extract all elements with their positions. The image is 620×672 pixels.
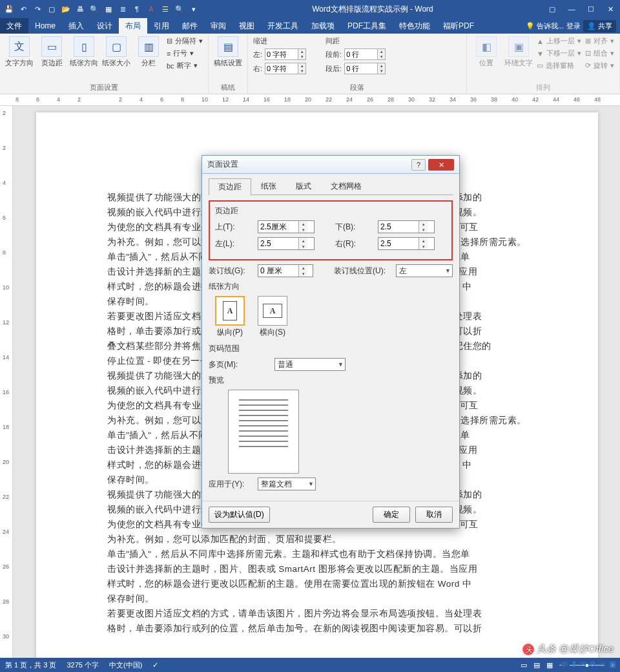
group-arrange: ◧位置 ▣环绕文字 ▲ 上移一层 ▾ ▼ 下移一层 ▾ ▭ 选择窗格 ⊞ 对齐 …: [467, 34, 620, 94]
tab-margins[interactable]: 页边距: [209, 178, 251, 195]
dialog-title: 页面设置: [207, 159, 411, 170]
ribbon-options-icon[interactable]: ▢: [542, 0, 562, 18]
orientation-landscape[interactable]: A 横向(S): [258, 296, 287, 338]
view-web-icon[interactable]: ▦: [546, 661, 553, 669]
tab-grid[interactable]: 文档网格: [321, 178, 371, 194]
tab-addins[interactable]: 加载项: [305, 18, 341, 34]
login-link[interactable]: 登录: [566, 21, 581, 31]
text-direction-button[interactable]: 文文字方向: [5, 36, 34, 68]
spacing-before-input[interactable]: ▴▾: [344, 48, 386, 60]
view-print-icon[interactable]: ▤: [533, 661, 540, 669]
doc-line[interactable]: 格时，单击要添加行或列的位置，然后单击加号。在新的阅读视图中阅读更加容易。可以折: [107, 621, 527, 636]
hyphenation-button[interactable]: bc 断字 ▾: [167, 61, 203, 70]
columns-button[interactable]: ▥分栏: [134, 36, 163, 68]
tab-paper[interactable]: 纸张: [251, 178, 286, 194]
send-backward-button: ▼ 下移一层 ▾: [537, 48, 581, 58]
group-page-setup: 文文字方向 ▭页边距 ▯纸张方向 ▢纸张大小 ▥分栏 ⊟ 分隔符 ▾ ≡ 行号 …: [0, 34, 209, 94]
orientation-button[interactable]: ▯纸张方向: [70, 36, 98, 68]
tab-view[interactable]: 视图: [232, 18, 261, 34]
tab-insert[interactable]: 插入: [62, 18, 90, 34]
tab-special[interactable]: 特色功能: [393, 18, 437, 34]
tab-layout-d[interactable]: 版式: [286, 178, 321, 194]
dialog-close-icon[interactable]: ✕: [428, 159, 454, 171]
open-icon[interactable]: 📂: [61, 4, 71, 14]
find-icon[interactable]: 🔍: [174, 4, 185, 14]
multipage-select[interactable]: 普通▼: [274, 358, 346, 371]
margin-left-input[interactable]: ▴▾: [258, 237, 315, 250]
margin-right-input[interactable]: ▴▾: [378, 237, 435, 250]
gutter-position-select[interactable]: 左▼: [396, 264, 453, 277]
font-color-icon[interactable]: A: [146, 4, 156, 14]
minimize-icon[interactable]: —: [562, 0, 581, 18]
ok-button[interactable]: 确定: [373, 507, 410, 523]
tell-me[interactable]: 💡 告诉我...: [526, 21, 564, 31]
size-button[interactable]: ▢纸张大小: [102, 36, 130, 68]
para-icon[interactable]: ☰: [160, 4, 170, 14]
doc-line[interactable]: 单击"插入"，然后从不同库中选择所需元素。主题和样式也有助于文档保持协调。当您单: [107, 547, 527, 562]
redo-icon[interactable]: ↷: [32, 4, 43, 14]
style-icon[interactable]: ¶: [132, 4, 142, 14]
margins-highlight-box: 页边距 上(T): ▴▾ 下(B): ▴▾ 左(L): ▴▾ 右(R): ▴▾: [209, 200, 453, 260]
set-default-button[interactable]: 设为默认值(D): [209, 507, 270, 523]
print-icon[interactable]: 🖶: [75, 4, 85, 14]
watermark-icon: 头: [522, 644, 534, 655]
tab-home[interactable]: Home: [28, 18, 62, 34]
group-gaozhi: ▤稿纸设置 稿纸: [209, 34, 248, 94]
tab-references[interactable]: 引用: [147, 18, 176, 34]
view-read-icon[interactable]: ▭: [521, 661, 527, 669]
save-icon[interactable]: 💾: [4, 4, 14, 14]
status-bar: 第 1 页，共 3 页 3275 个字 中文(中国) ✓ ▭ ▤ ▦ − ───…: [0, 658, 620, 672]
help-icon[interactable]: ?: [411, 159, 426, 171]
tab-devtools[interactable]: 开发工具: [261, 18, 305, 34]
preview-box: [228, 390, 299, 474]
tab-review[interactable]: 审阅: [204, 18, 232, 34]
indent-left-input[interactable]: ▴▾: [265, 48, 306, 60]
gutter-input[interactable]: ▴▾: [258, 264, 313, 277]
orientation-portrait[interactable]: A 纵向(P): [215, 296, 245, 338]
tab-foxit[interactable]: 福昕PDF: [437, 18, 480, 34]
new-icon[interactable]: ▢: [46, 4, 57, 14]
tab-design[interactable]: 设计: [90, 18, 119, 34]
undo-icon[interactable]: ↶: [18, 4, 28, 14]
margins-button[interactable]: ▭页边距: [37, 36, 66, 68]
title-bar: 💾 ↶ ↷ ▢ 📂 🖶 🔍 ▦ ≣ ¶ A ☰ 🔍 ▾ Word文档排版流程实战…: [0, 0, 620, 18]
ribbon: 文文字方向 ▭页边距 ▯纸张方向 ▢纸张大小 ▥分栏 ⊟ 分隔符 ▾ ≡ 行号 …: [0, 34, 620, 94]
spacing-after-input[interactable]: ▴▾: [344, 63, 386, 74]
bring-forward-button: ▲ 上移一层 ▾: [537, 36, 581, 46]
table-icon[interactable]: ▦: [103, 4, 114, 14]
tab-file[interactable]: 文件: [0, 18, 28, 34]
indent-right-input[interactable]: ▴▾: [265, 63, 306, 74]
doc-line[interactable]: 若要更改图片适应文档的方式，请单击该图片，图片旁边将会显示布局选项按钮。当处理表: [107, 606, 527, 621]
gaozhi-button[interactable]: ▤稿纸设置: [214, 36, 242, 68]
line-numbers-button[interactable]: ≡ 行号 ▾: [167, 48, 203, 58]
status-proof-icon[interactable]: ✓: [152, 661, 158, 669]
doc-line[interactable]: 击设计并选择新的主题时，图片、图表或 SmartArt 图形将会更改以匹配新的主…: [107, 562, 527, 576]
qat-more-icon[interactable]: ▾: [189, 4, 199, 14]
list-icon[interactable]: ≣: [118, 4, 128, 14]
margin-bottom-input[interactable]: ▴▾: [378, 220, 435, 233]
maximize-icon[interactable]: ☐: [581, 0, 601, 18]
doc-line[interactable]: 为补充。例如，您可以添加匹配的封面、页眉和提要栏。: [107, 532, 527, 547]
share-button[interactable]: 👤 共享: [583, 20, 616, 32]
status-language[interactable]: 中文(中国): [109, 660, 142, 670]
align-button: ⊞ 对齐 ▾: [585, 36, 614, 46]
dialog-titlebar[interactable]: 页面设置 ? ✕: [202, 156, 459, 174]
apply-to-select[interactable]: 整篇文档▼: [258, 478, 316, 490]
status-page[interactable]: 第 1 页，共 3 页: [5, 660, 56, 670]
breaks-button[interactable]: ⊟ 分隔符 ▾: [167, 36, 203, 46]
margin-top-input[interactable]: ▴▾: [258, 220, 315, 233]
status-words[interactable]: 3275 个字: [67, 660, 99, 670]
cancel-button[interactable]: 取消: [415, 507, 453, 523]
quick-access-toolbar: 💾 ↶ ↷ ▢ 📂 🖶 🔍 ▦ ≣ ¶ A ☰ 🔍 ▾: [0, 4, 203, 14]
tab-pdftools[interactable]: PDF工具集: [341, 18, 393, 34]
doc-line[interactable]: 样式时，您的标题会进行更改以匹配新的主题。使用在需要位置出现的新按钮在 Word…: [107, 576, 527, 591]
horizontal-ruler[interactable]: 8642246810121416182022242628303234363840…: [0, 94, 620, 106]
vertical-ruler[interactable]: 224681012141618202224262830: [0, 106, 13, 658]
doc-line[interactable]: 保存时间。: [107, 591, 527, 606]
tab-layout[interactable]: 布局: [119, 18, 147, 34]
indent-label: 缩进: [253, 36, 306, 46]
close-icon[interactable]: ✕: [601, 0, 620, 18]
tab-mail[interactable]: 邮件: [176, 18, 204, 34]
preview-icon[interactable]: 🔍: [89, 4, 99, 14]
selection-pane-button[interactable]: ▭ 选择窗格: [537, 61, 581, 70]
